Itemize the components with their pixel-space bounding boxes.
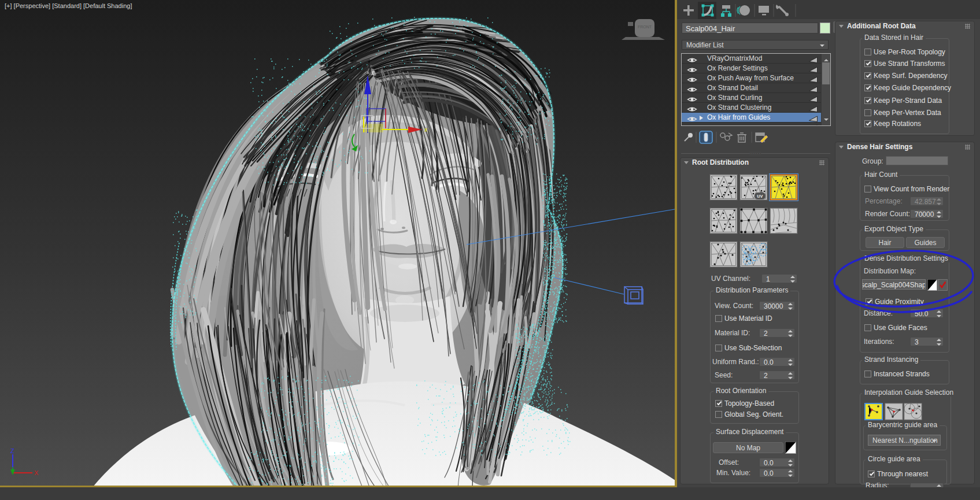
svg-text:[+] [Perspective] [Standard] [: [+] [Perspective] [Standard] [Default Sh… — [5, 2, 132, 9]
svg-text:Z: Z — [10, 447, 14, 454]
svg-text:x: x — [424, 126, 428, 133]
svg-text:X: X — [34, 469, 39, 476]
svg-text:FRONT: FRONT — [638, 25, 652, 29]
